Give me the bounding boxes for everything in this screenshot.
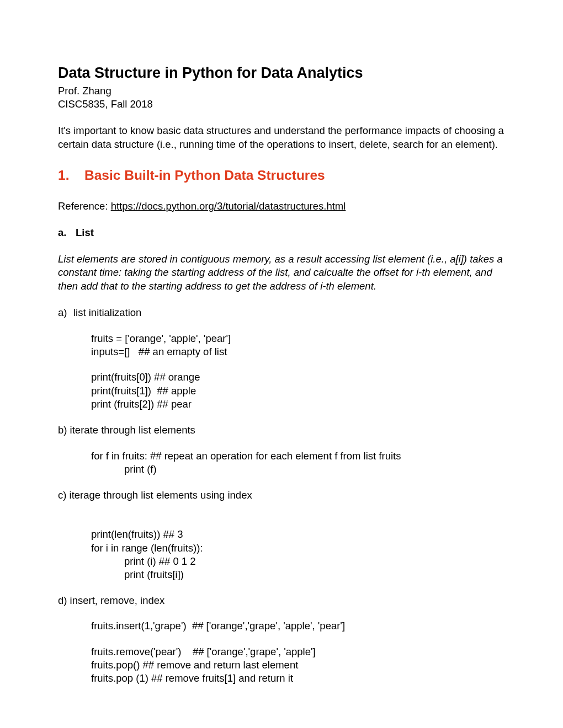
subsection-heading: a.List — [58, 226, 505, 239]
list-description: List elements are stored in contiguous m… — [58, 253, 505, 293]
item-b-code-line2: print (f) — [124, 463, 505, 476]
reference-line: Reference: https://docs.python.org/3/tut… — [58, 200, 505, 213]
item-a-text: list initialization — [73, 307, 141, 318]
item-d-code2: fruits.remove('pear') ## ['orange','grap… — [91, 645, 505, 686]
item-a-label: a)list initialization — [58, 306, 505, 319]
item-a-code2: print(fruits[0]) ## orange print(fruits[… — [91, 371, 505, 411]
item-d-code1: fruits.insert(1,'grape') ## ['orange','g… — [91, 619, 505, 633]
reference-label: Reference: — [58, 200, 111, 212]
section-heading: 1.Basic Built-in Python Data Structures — [58, 167, 505, 184]
item-a-code1: fruits = ['orange', 'apple', 'pear'] inp… — [91, 332, 505, 359]
item-c-code-line1: print(len(fruits)) ## 3 — [91, 528, 505, 541]
item-b-label: b) iterate through list elements — [58, 424, 505, 437]
item-c-label: c) iterage through list elements using i… — [58, 489, 505, 502]
section-number: 1. — [58, 167, 84, 184]
subsection-title: List — [76, 227, 94, 238]
item-c-code-line2: for i in range (len(fruits)): — [91, 542, 505, 555]
item-b-code-line1: for f in fruits: ## repeat an operation … — [91, 449, 505, 463]
intro-paragraph: It's important to know basic data struct… — [58, 124, 505, 151]
item-c-code-line4: print (fruits[i]) — [124, 568, 505, 581]
subsection-letter: a. — [58, 226, 76, 239]
section-title: Basic Built-in Python Data Structures — [84, 168, 325, 183]
course-line: CISC5835, Fall 2018 — [58, 98, 505, 111]
item-a-letter: a) — [58, 306, 73, 319]
reference-link[interactable]: https://docs.python.org/3/tutorial/datas… — [111, 200, 346, 212]
item-c-code-line3: print (i) ## 0 1 2 — [124, 555, 505, 568]
item-d-label: d) insert, remove, index — [58, 594, 505, 607]
author-line: Prof. Zhang — [58, 84, 505, 98]
document-title: Data Structure in Python for Data Analyt… — [58, 63, 505, 83]
